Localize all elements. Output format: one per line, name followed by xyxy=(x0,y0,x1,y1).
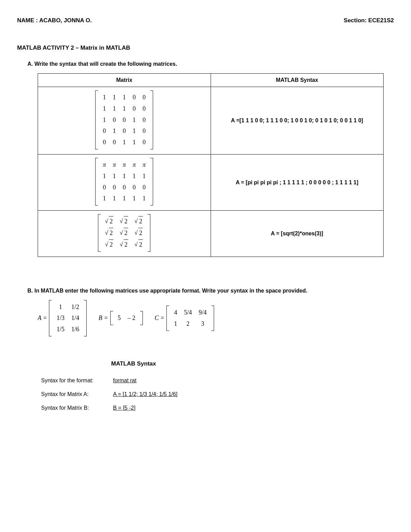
student-name: NAME : ACABO, JONNA O. xyxy=(17,17,92,24)
table-row: 1110011100100100101000110 A =[1 1 1 0 0;… xyxy=(38,87,384,154)
syntax-line: Syntax for Matrix B: B = [5 -2] xyxy=(41,405,394,411)
syntax-cell: A = [sqrt(2)*ones(3)] xyxy=(211,211,384,257)
activity-title: MATLAB ACTIVITY 2 – Matrix in MATLAB xyxy=(17,45,394,51)
matrix-cell: 222222222 xyxy=(38,211,211,257)
syntax-line: Syntax for Matrix A: A = [1 1/2; 1/3 1/4… xyxy=(41,391,394,397)
section-a-label: A. Write the syntax that will create the… xyxy=(27,61,394,67)
syntax-line: Syntax for the format: format rat xyxy=(41,378,394,384)
matrix-display: 5– 2 xyxy=(110,311,143,325)
matrix-display: πππππ111110000011111 xyxy=(95,158,153,206)
section-b-label: B. In MATLAB enter the following matrice… xyxy=(27,288,384,294)
col-syntax: MATLAB Syntax xyxy=(211,74,384,87)
def-A: A = 11/21/31/41/51/6 xyxy=(38,300,87,336)
syntax-cell: A = [pi pi pi pi pi ; 1 1 1 1 1 ; 0 0 0 … xyxy=(211,154,384,210)
table-row: πππππ111110000011111 A = [pi pi pi pi pi… xyxy=(38,154,384,210)
matrix-cell: πππππ111110000011111 xyxy=(38,154,211,210)
section: Section: ECE21S2 xyxy=(344,17,394,24)
syntax-value: B = [5 -2] xyxy=(113,405,135,411)
syntax-cell: A =[1 1 1 0 0; 1 1 1 0 0; 1 0 0 1 0; 0 1… xyxy=(211,87,384,154)
matrix-display: 222222222 xyxy=(98,214,150,251)
doc-header: NAME : ACABO, JONNA O. Section: ECE21S2 xyxy=(17,17,394,24)
col-matrix: Matrix xyxy=(38,74,211,87)
syntax-heading: MATLAB Syntax xyxy=(99,360,168,367)
syntax-key: Syntax for Matrix A: xyxy=(41,391,113,397)
syntax-value: A = [1 1/2; 1/3 1/4; 1/5 1/6] xyxy=(113,391,177,397)
syntax-key: Syntax for the format: xyxy=(41,378,113,384)
syntax-key: Syntax for Matrix B: xyxy=(41,405,113,411)
def-C: C = 45/49/4123 xyxy=(155,306,214,331)
matrix-cell: 1110011100100100101000110 xyxy=(38,87,211,154)
matrix-definitions: A = 11/21/31/41/51/6 B = 5– 2 C = 45/49/… xyxy=(38,300,394,336)
def-B: B = 5– 2 xyxy=(99,311,143,325)
matrix-display: 1110011100100100101000110 xyxy=(95,90,153,149)
matrix-syntax-table: Matrix MATLAB Syntax 1110011100100100101… xyxy=(38,73,384,257)
matrix-display: 11/21/31/41/51/6 xyxy=(49,300,87,336)
syntax-value: format rat xyxy=(113,378,136,384)
matrix-display: 45/49/4123 xyxy=(166,306,214,331)
table-row: 222222222 A = [sqrt(2)*ones(3)] xyxy=(38,211,384,257)
